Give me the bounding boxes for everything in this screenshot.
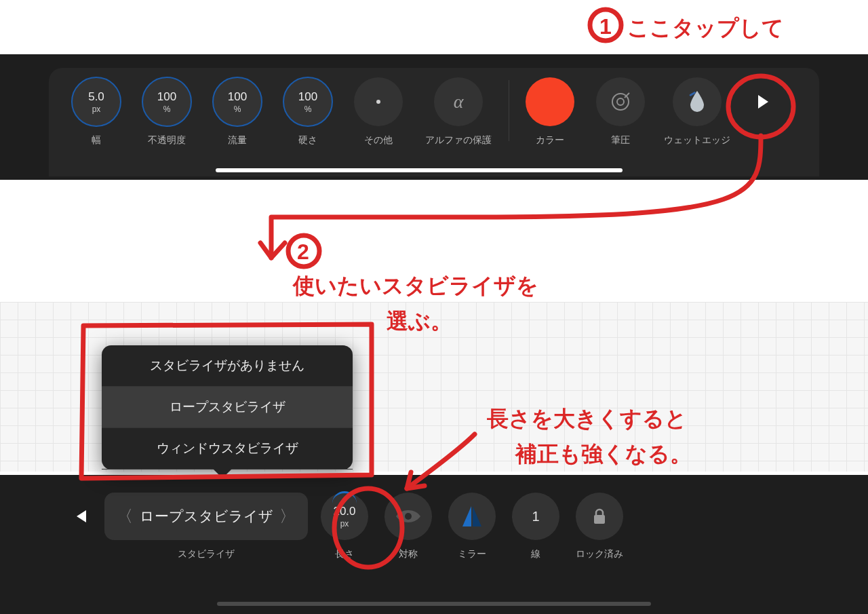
symmetry-label: 対称	[381, 548, 435, 560]
brush-hardness-label: 硬さ	[298, 134, 317, 147]
brush-properties-toolbar: 5.0 px 幅 100 % 不透明度 100 % 流量	[49, 68, 819, 176]
alpha-lock-label: アルファの保護	[425, 134, 492, 147]
brush-width-dial[interactable]: 5.0 px	[72, 77, 121, 126]
wet-edge-dial[interactable]	[673, 77, 722, 126]
svg-point-3	[405, 513, 412, 520]
lock-dial[interactable]	[576, 493, 623, 540]
toolbar-expand-button[interactable]	[738, 77, 787, 126]
brush-opacity-label: 不透明度	[148, 134, 186, 147]
top-toolbar-band: 5.0 px 幅 100 % 不透明度 100 % 流量	[0, 54, 868, 180]
svg-point-1	[617, 98, 624, 105]
anno-step1-number: 1	[599, 14, 612, 39]
brush-flow-unit: %	[234, 104, 241, 114]
popup-tail-icon	[213, 469, 232, 478]
stabilizer-option-label: ロープスタビライザ	[170, 398, 285, 416]
brush-hardness-value: 100	[298, 90, 317, 104]
lock-icon	[592, 507, 607, 525]
stabilizer-option-label: ウィンドウスタビライザ	[157, 440, 298, 457]
length-label: 長さ	[317, 548, 372, 560]
brush-more-label: その他	[364, 134, 393, 147]
bottom-toolbar-band: 〈 ロープスタビライザ 〉 スタビライザ 20.0 px 長さ 対称	[0, 475, 868, 614]
toolbar-collapse-button[interactable]	[68, 493, 95, 540]
stabilizer-option-rope[interactable]: ロープスタビライザ	[102, 387, 353, 428]
length-value: 20.0	[333, 505, 355, 518]
brush-more-dial[interactable]	[354, 77, 403, 126]
svg-point-5	[590, 9, 621, 41]
color-swatch-dial[interactable]	[526, 77, 574, 126]
brush-flow-value: 100	[228, 90, 247, 104]
bottom-scroll-indicator	[217, 602, 651, 606]
stabilizer-option-window[interactable]: ウィンドウスタビライザ	[102, 428, 353, 469]
svg-rect-4	[594, 515, 605, 524]
play-left-icon	[75, 509, 88, 524]
brush-opacity-dial[interactable]: 100 %	[142, 77, 191, 126]
wet-edge-label: ウェットエッジ	[664, 134, 730, 147]
anno-step2-number: 2	[297, 239, 309, 264]
target-icon	[609, 90, 632, 113]
play-right-icon	[755, 94, 770, 110]
anno-step1-text: ここタップして	[627, 16, 784, 40]
stabilizer-current-value: ロープスタビライザ	[140, 507, 273, 526]
brush-hardness-dial[interactable]: 100 %	[283, 77, 332, 126]
stabilizer-selector[interactable]: 〈 ロープスタビライザ 〉	[104, 493, 308, 540]
brush-opacity-unit: %	[163, 104, 171, 114]
alpha-lock-dial[interactable]: α	[434, 77, 483, 126]
brush-flow-label: 流量	[228, 134, 247, 147]
brush-flow-dial[interactable]: 100 %	[213, 77, 262, 126]
mirror-icon	[461, 505, 483, 528]
length-unit: px	[340, 519, 349, 529]
mirror-dial[interactable]	[448, 493, 496, 540]
toolbar-separator	[509, 80, 509, 141]
top-scroll-indicator	[216, 168, 623, 172]
stabilizer-popup: スタビライザがありません ロープスタビライザ ウィンドウスタビライザ	[102, 345, 353, 469]
alpha-icon: α	[454, 91, 464, 113]
stabilizer-label: スタビライザ	[104, 548, 308, 560]
brush-opacity-value: 100	[157, 90, 176, 104]
stabilizer-option-label: スタビライザがありません	[150, 357, 304, 375]
length-dial[interactable]: 20.0 px	[321, 493, 368, 540]
mirror-label: ミラー	[445, 548, 499, 560]
symmetry-dial[interactable]	[384, 493, 432, 540]
stabilizer-option-none[interactable]: スタビライザがありません	[102, 345, 353, 387]
svg-point-7	[288, 235, 319, 267]
brush-hardness-unit: %	[304, 104, 312, 114]
pressure-label: 筆圧	[611, 134, 630, 147]
chevron-left-icon: 〈	[117, 505, 133, 527]
color-label: カラー	[536, 134, 564, 147]
pressure-dial[interactable]	[596, 77, 645, 126]
brush-width-value: 5.0	[88, 90, 104, 104]
lock-label: ロック済み	[572, 548, 627, 560]
lines-value: 1	[532, 509, 539, 524]
dot-icon	[376, 100, 380, 104]
lines-dial[interactable]: 1	[512, 493, 559, 540]
eye-icon	[395, 508, 422, 524]
brush-width-unit: px	[92, 104, 101, 114]
anno-step2-line1: 使いたいスタビライザを	[292, 273, 538, 298]
brush-width-label: 幅	[92, 134, 101, 147]
wet-edge-icon	[687, 90, 707, 114]
chevron-right-icon: 〉	[279, 505, 296, 527]
lines-label: 線	[509, 548, 563, 560]
